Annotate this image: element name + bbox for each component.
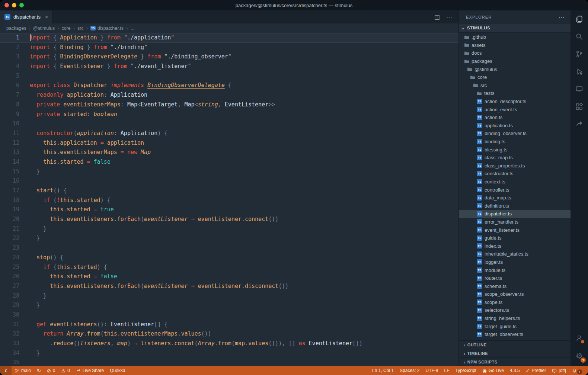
tree-item-binding_observer.ts[interactable]: TSbinding_observer.ts xyxy=(459,129,571,138)
tree-item-label: .github xyxy=(472,34,486,40)
more-actions-icon[interactable]: ⋯ xyxy=(447,14,453,20)
tree-item-action.ts[interactable]: TSaction.ts xyxy=(459,113,571,122)
tree-item-index.ts[interactable]: TSindex.ts xyxy=(459,242,571,250)
tree-item-inheritable_statics.ts[interactable]: TSinheritable_statics.ts xyxy=(459,250,571,258)
line-number: 19 xyxy=(0,205,30,215)
section-outline[interactable]: ›OUTLINE xyxy=(459,340,571,349)
status-indentation[interactable]: Spaces: 2 xyxy=(397,366,422,375)
tree-item-logger.ts[interactable]: TSlogger.ts xyxy=(459,258,571,266)
tree-item-class_properties.ts[interactable]: TSclass_properties.ts xyxy=(459,162,571,170)
tree-item-router.ts[interactable]: TSrouter.ts xyxy=(459,274,571,282)
tree-item-error_handler.ts[interactable]: TSerror_handler.ts xyxy=(459,218,571,226)
status-language-mode[interactable]: TypeScript xyxy=(453,366,480,375)
status-notifications[interactable]: 1 xyxy=(569,366,585,375)
status-warnings[interactable]: ⚠0 xyxy=(58,366,73,375)
tree-item-packages[interactable]: packages xyxy=(459,57,571,65)
explorer-more-icon[interactable]: ⋯ xyxy=(559,14,565,21)
activity-extensions[interactable] xyxy=(571,98,588,115)
status-prettier[interactable]: ✓Prettier xyxy=(523,366,549,375)
tree-item-binding.ts[interactable]: TSbinding.ts xyxy=(459,138,571,146)
tree-item-action_event.ts[interactable]: TSaction_event.ts xyxy=(459,105,571,113)
tree-item-guide.ts[interactable]: TSguide.ts xyxy=(459,234,571,242)
tree-item-constructor.ts[interactable]: TSconstructor.ts xyxy=(459,170,571,178)
tree-item-scope.ts[interactable]: TSscope.ts xyxy=(459,298,571,307)
folder-icon xyxy=(464,35,469,40)
activity-account[interactable] xyxy=(571,330,588,347)
breadcrumb-item[interactable]: … xyxy=(130,26,135,31)
split-editor-icon[interactable]: ◫ xyxy=(434,14,440,20)
status-eol[interactable]: LF xyxy=(441,366,452,375)
account-notification-dot xyxy=(580,339,585,344)
error-icon: ⊘ xyxy=(47,368,51,373)
breadcrumb-separator: › xyxy=(57,26,59,31)
tree-item-target_observer.ts[interactable]: TStarget_observer.ts xyxy=(459,330,571,339)
tree-item-docs[interactable]: docs xyxy=(459,49,571,57)
code-line: 28 } xyxy=(0,291,458,301)
tab-dispatcher[interactable]: TS dispatcher.ts × xyxy=(0,10,53,23)
section-label: OUTLINE xyxy=(467,343,487,347)
tree-item-dispatcher.ts[interactable]: TSdispatcher.ts xyxy=(459,210,571,218)
status-live-share[interactable]: Live Share xyxy=(73,366,107,375)
tree-item-scope_observer.ts[interactable]: TSscope_observer.ts xyxy=(459,290,571,298)
tree-item-data_map.ts[interactable]: TSdata_map.ts xyxy=(459,194,571,202)
breadcrumb-item[interactable]: src xyxy=(77,26,84,31)
tree-item-event_listener.ts[interactable]: TSevent_listener.ts xyxy=(459,226,571,234)
typescript-file-icon: TS xyxy=(477,235,482,241)
code-line: 7 readonly application: Application xyxy=(0,90,458,100)
activity-live-share[interactable] xyxy=(571,115,588,133)
section-npm-scripts[interactable]: ›NPM SCRIPTS xyxy=(459,358,571,366)
tree-item-selectors.ts[interactable]: TSselectors.ts xyxy=(459,306,571,314)
tree-item-assets[interactable]: assets xyxy=(459,41,571,49)
status-screencast[interactable]: [off] xyxy=(549,366,569,375)
breadcrumb-item[interactable]: @stimulus xyxy=(33,26,55,31)
line-number: 12 xyxy=(0,138,30,148)
tree-item-label: context.ts xyxy=(485,179,505,185)
activity-settings[interactable]: ⚙1 xyxy=(571,347,588,365)
status-ts-version[interactable]: 4.3.5 xyxy=(507,366,523,375)
section-stimulus[interactable]: ⌄ STIMULUS xyxy=(459,24,571,32)
tree-item-@stimulus[interactable]: @stimulus xyxy=(459,65,571,73)
tree-item-controller.ts[interactable]: TScontroller.ts xyxy=(459,186,571,194)
line-number: 27 xyxy=(0,282,30,291)
tree-item-module.ts[interactable]: TSmodule.ts xyxy=(459,266,571,274)
folder-icon xyxy=(470,75,475,80)
status-errors[interactable]: ⊘0 xyxy=(44,366,58,375)
activity-search[interactable] xyxy=(571,28,588,45)
tree-item-target_guide.ts[interactable]: TStarget_guide.ts xyxy=(459,322,571,330)
close-tab-icon[interactable]: × xyxy=(45,14,48,20)
activity-remote-explorer[interactable] xyxy=(571,80,588,98)
breadcrumb-item[interactable]: TSdispatcher.ts xyxy=(90,26,124,31)
activity-run-debug[interactable] xyxy=(571,63,588,80)
tree-item-definition.ts[interactable]: TSdefinition.ts xyxy=(459,202,571,210)
status-sync[interactable]: ↻ xyxy=(34,366,44,375)
status-label: 0 xyxy=(53,368,55,373)
status-cursor-position[interactable]: Ln 1, Col 1 xyxy=(369,366,397,375)
status-remote-indicator[interactable] xyxy=(0,366,12,375)
tree-item-application.ts[interactable]: TSapplication.ts xyxy=(459,122,571,130)
tree-item-action_descriptor.ts[interactable]: TSaction_descriptor.ts xyxy=(459,97,571,106)
tree-item-label: scope_observer.ts xyxy=(485,291,524,297)
status-go-live[interactable]: ◉Go Live xyxy=(479,366,507,375)
line-number: 9 xyxy=(0,110,30,119)
status-branch[interactable]: main xyxy=(12,366,34,375)
breadcrumb-item[interactable]: packages xyxy=(6,26,26,31)
tree-item-core[interactable]: core xyxy=(459,73,571,81)
typescript-file-icon: TS xyxy=(477,308,482,313)
activity-explorer[interactable] xyxy=(571,10,588,28)
section-timeline[interactable]: ›TIMELINE xyxy=(459,349,571,358)
activity-source-control[interactable] xyxy=(571,45,588,63)
tree-item-.github[interactable]: .github xyxy=(459,33,571,41)
tree-item-context.ts[interactable]: TScontext.ts xyxy=(459,178,571,186)
tree-item-schema.ts[interactable]: TSschema.ts xyxy=(459,282,571,290)
code-editor[interactable]: 1import { Application } from "./applicat… xyxy=(0,33,458,366)
tree-item-tests[interactable]: tests xyxy=(459,89,571,97)
tree-item-blessing.ts[interactable]: TSblessing.ts xyxy=(459,145,571,154)
tree-item-src[interactable]: src xyxy=(459,81,571,90)
tree-item-class_map.ts[interactable]: TSclass_map.ts xyxy=(459,154,571,162)
breadcrumb-item[interactable]: core xyxy=(61,26,70,31)
typescript-file-icon: TS xyxy=(477,292,482,297)
tree-item-string_helpers.ts[interactable]: TSstring_helpers.ts xyxy=(459,314,571,323)
notification-badge: 1 xyxy=(577,369,582,374)
status-quokka[interactable]: Quokka xyxy=(107,366,128,375)
status-encoding[interactable]: UTF-8 xyxy=(422,366,441,375)
